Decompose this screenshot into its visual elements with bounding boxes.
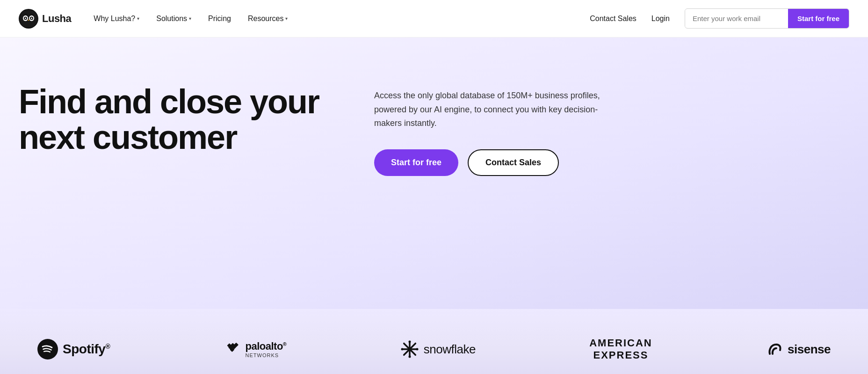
spotify-icon [37,339,58,359]
chevron-down-icon: ▾ [285,16,288,21]
start-free-button-nav[interactable]: Start for free [788,9,849,28]
svg-point-9 [37,339,58,359]
paloalto-icon [224,341,241,358]
hero-left: Find and close your next customer [19,75,337,155]
spotify-label: Spotify® [63,342,110,357]
hero-buttons: Start for free Contact Sales [374,149,849,176]
lusha-logo-icon [19,9,38,29]
svg-point-7 [31,17,32,19]
nav-why-lusha[interactable]: Why Lusha? ▾ [94,15,139,23]
snowflake-label: snowflake [424,342,476,357]
nav-login[interactable]: Login [651,15,670,23]
svg-point-23 [416,348,418,351]
email-input[interactable] [685,10,788,27]
navbar: Lusha Why Lusha? ▾ Solutions ▾ Pricing R… [0,0,868,37]
svg-point-21 [408,356,411,358]
nav-resources[interactable]: Resources ▾ [248,15,288,23]
sisense-label: sisense [788,342,831,357]
hero-section: Find and close your next customer Access… [0,37,868,309]
email-input-wrapper: Start for free [685,8,849,29]
nav-contact-sales[interactable]: Contact Sales [590,15,637,23]
nav-links: Why Lusha? ▾ Solutions ▾ Pricing Resourc… [94,15,590,23]
hero-start-free-button[interactable]: Start for free [374,149,458,176]
logo-sisense: sisense [766,341,831,358]
logo-paloalto: paloalto® NETWORKS [224,340,287,358]
logo[interactable]: Lusha [19,9,71,29]
snowflake-icon [400,340,419,359]
paloalto-label-group: paloalto® NETWORKS [246,340,287,358]
hero-right: Access the only global database of 150M+… [337,75,849,176]
svg-point-22 [401,348,403,351]
hero-title: Find and close your next customer [19,84,337,155]
logo-spotify: Spotify® [37,339,110,359]
logos-section: Spotify® paloalto® NETWORKS [0,309,868,374]
nav-pricing[interactable]: Pricing [208,15,231,23]
nav-solutions[interactable]: Solutions ▾ [156,15,191,23]
amex-label: AMERICANEXPRESS [589,337,652,362]
logo-text: Lusha [42,13,71,25]
svg-point-6 [25,17,26,19]
logo-amex: AMERICANEXPRESS [589,337,652,362]
chevron-down-icon: ▾ [137,16,139,21]
svg-point-20 [408,341,411,343]
chevron-down-icon: ▾ [189,16,191,21]
sisense-icon [766,341,783,358]
logo-snowflake: snowflake [400,340,476,359]
hero-contact-sales-button[interactable]: Contact Sales [468,149,559,176]
nav-right: Contact Sales Login Start for free [590,8,849,29]
hero-description: Access the only global database of 150M+… [374,89,608,131]
svg-point-1 [20,10,37,28]
